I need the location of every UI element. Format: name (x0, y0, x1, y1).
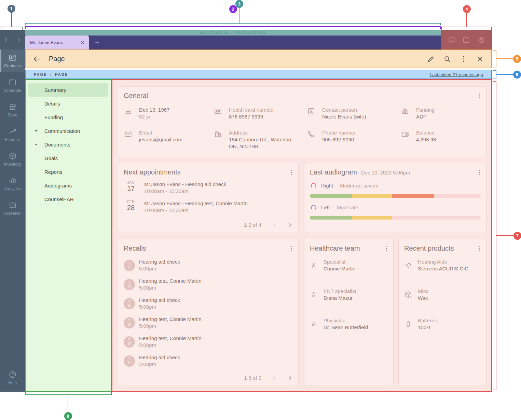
person-icon (310, 291, 318, 299)
sidebar-item-analytics[interactable]: Analytics (0, 172, 25, 195)
breadcrumb-item[interactable]: PAGE (55, 72, 68, 76)
card-menu-button[interactable] (288, 168, 295, 176)
sidebar-item-finance[interactable]: Finance (0, 123, 25, 146)
nav-item-reports[interactable]: Reports (28, 165, 108, 179)
kebab-icon (476, 169, 483, 176)
environment-banner: AUSTRAILIA - PRODUCTION (25, 30, 441, 36)
new-tab-button[interactable] (89, 36, 105, 50)
nav-item-communication[interactable]: Communication (28, 124, 108, 138)
audiogram-left-row: Left - Moderate (304, 203, 486, 212)
annotation-line-2 (233, 13, 233, 27)
appointment-row[interactable]: FEB 28 Mr.Jason Evans - Hearing test, Co… (118, 200, 298, 216)
health-card-icon (214, 107, 222, 121)
annotation-badge-3: 3 (235, 0, 243, 8)
card-title: Recalls (124, 244, 146, 252)
nav-item-details[interactable]: Details (28, 97, 108, 110)
last-edited-link[interactable]: Last edited 27 minutes ago (430, 72, 483, 77)
tab-label: Mr. Jason Evans (30, 40, 80, 45)
account-button[interactable] (477, 36, 485, 44)
card-title: Healthcare team (310, 244, 360, 252)
analytics-icon (8, 176, 17, 185)
screener-icon (8, 201, 17, 210)
nav-back-button[interactable] (3, 37, 9, 43)
recall-row[interactable]: T11 Hearing aid check5:00pm (118, 294, 298, 313)
pagination-next-button[interactable] (287, 375, 293, 381)
team-member-row[interactable]: SpecialistConnie Martin (304, 257, 393, 274)
more-options-button[interactable] (460, 55, 468, 63)
messages-button[interactable] (448, 36, 456, 44)
bar-segment (352, 216, 392, 220)
calendar-icon (462, 36, 470, 44)
appointment-row[interactable]: JAN 17 Mr.Jason Evans - Hearing aid chec… (118, 181, 298, 197)
recall-date-badge: T19 (124, 336, 135, 348)
cube-icon (404, 291, 412, 299)
nav-forward-button[interactable] (16, 37, 22, 43)
healthcare-team-card: Healthcare team SpecialistConnie Martin … (304, 239, 394, 385)
card-menu-button[interactable] (476, 92, 483, 99)
nav-item-summary[interactable]: Summary (28, 83, 108, 97)
recall-row[interactable]: T19 Hearing test, Connie Martin5:00pm (118, 332, 298, 351)
general-card: General Dec 13, 196752 yr Health card nu… (118, 86, 486, 157)
hearing-aid-icon (404, 261, 412, 269)
contact-person-field: Contact personNicole Evans (wife) (307, 107, 401, 121)
nav-item-goals[interactable]: Goals (28, 151, 108, 165)
balance-field: Balance4,398.98 (401, 129, 486, 150)
nav-item-counselear[interactable]: CounselEAR (28, 192, 108, 206)
card-menu-button[interactable] (288, 244, 295, 252)
recall-row[interactable]: T19 Hearing test, Connie Martin5:00pm (118, 313, 298, 332)
bar-segment (352, 194, 392, 198)
tab-close-icon[interactable] (80, 40, 85, 45)
card-menu-button[interactable] (476, 244, 483, 252)
pagination-prev-button[interactable] (272, 222, 277, 228)
breadcrumb-item[interactable]: PAGE (34, 72, 47, 76)
last-audiogram-card: Last audiogram Dec 10, 2020 5:00pm Right… (304, 163, 486, 232)
card-menu-button[interactable] (383, 244, 390, 252)
health-card-field: Health card number876 8987 9999 (214, 107, 307, 121)
recall-row[interactable]: T11 Hearing aid check5:00pm (118, 256, 298, 275)
address-icon (214, 130, 222, 150)
page-title: Page (49, 55, 65, 63)
recall-date-badge: T11 (124, 298, 135, 309)
pagination-next-button[interactable] (287, 222, 293, 228)
product-row[interactable]: Batteries100-1 (399, 316, 486, 332)
bar-segment (392, 194, 434, 198)
audiogram-left-bar (310, 216, 481, 220)
nav-item-documents[interactable]: Documents (28, 138, 108, 151)
pagination-prev-button[interactable] (272, 375, 277, 381)
account-icon (477, 36, 485, 44)
team-member-row[interactable]: PhysicianDr. Sean Butterfield (304, 316, 393, 332)
sidebar-item-help[interactable]: Help (0, 367, 25, 388)
edit-button[interactable] (427, 55, 435, 63)
recall-row[interactable]: T19 Hearing test, Connie Martin5:00pm (118, 275, 298, 294)
nav-item-audiograms[interactable]: Audiograms (28, 179, 108, 192)
annotation-badge-8: 8 (64, 412, 72, 420)
address-field: Address184 Canboro Rd., Waterloo, ON, N2… (214, 129, 307, 150)
nav-item-funding[interactable]: Funding (28, 110, 108, 124)
person-icon (310, 261, 318, 269)
card-title: Recent products (404, 244, 454, 252)
funding-icon (401, 107, 410, 121)
patient-tab[interactable]: Mr. Jason Evans (25, 36, 89, 50)
sidebar-item-schedule[interactable]: Schedule (0, 74, 25, 97)
back-button[interactable] (33, 55, 41, 63)
calendar-button[interactable] (462, 36, 470, 44)
pencil-icon (427, 55, 435, 63)
sidebar-item-inventory[interactable]: Inventory (0, 148, 25, 170)
audiogram-right-row: Right - Moderate-severe (304, 181, 486, 190)
close-button[interactable] (476, 55, 484, 63)
product-row[interactable]: Hearing AidsSiemens ACURIS CIC (399, 257, 486, 274)
card-menu-button[interactable] (476, 168, 483, 176)
team-member-row[interactable]: ENT specialistDiana Mazur (304, 286, 393, 303)
sidebar-item-screener[interactable]: Screener (0, 197, 25, 220)
history-nav (0, 30, 25, 50)
search-icon (443, 55, 451, 63)
recall-row[interactable]: T11 Hearing aid check5:00pm (118, 351, 298, 370)
sidebar-item-store[interactable]: Store (0, 99, 25, 121)
store-icon (8, 102, 17, 111)
product-row[interactable]: MiscWax (399, 286, 486, 303)
kebab-icon (288, 245, 295, 252)
recalls-card: Recalls T11 Hearing aid check5:00pm T19 … (118, 239, 299, 385)
balance-wallet-icon (401, 130, 410, 150)
sidebar-item-contacts[interactable]: Contacts (0, 50, 25, 72)
search-button[interactable] (443, 55, 451, 63)
